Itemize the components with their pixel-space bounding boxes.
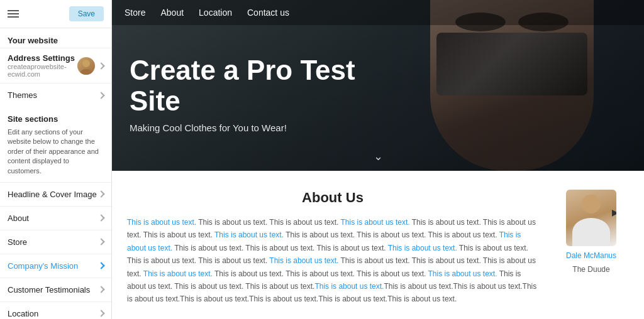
about-body-text: This is about us text. This is about us … xyxy=(127,216,538,306)
company-mission-label: Company's Mission xyxy=(8,261,78,271)
store-label: Store xyxy=(8,237,27,247)
hero-title: Create a Pro Test Site xyxy=(130,55,381,116)
chevron-right-icon xyxy=(97,215,104,222)
nav-store[interactable]: Store xyxy=(125,8,145,18)
sidebar: Save Your website Address Settings creat… xyxy=(0,0,112,319)
location-label: Location xyxy=(8,309,38,318)
address-info: Address Settings createaprowebsite-ecwid… xyxy=(8,53,77,78)
sidebar-item-company-mission[interactable]: Company's Mission xyxy=(0,254,111,278)
cursor-icon: ▶ xyxy=(612,207,616,217)
save-button[interactable]: Save xyxy=(69,6,104,21)
address-settings-row[interactable]: Address Settings createaprowebsite-ecwid… xyxy=(0,48,111,83)
chevron-right-icon xyxy=(97,62,104,69)
nav-contact-us[interactable]: Contact us xyxy=(247,8,289,18)
about-text-column: About Us This is about us text. This is … xyxy=(127,190,538,306)
address-right xyxy=(77,57,104,75)
site-sections-description: Edit any sections of your website below … xyxy=(0,126,111,182)
sidebar-item-location[interactable]: Location xyxy=(0,301,111,319)
svg-point-0 xyxy=(82,60,90,67)
site-sections-title: Site sections xyxy=(0,107,111,126)
site-nav: Store About Location Contact us xyxy=(112,0,644,25)
author-name: Dale McManus xyxy=(566,251,616,260)
chevron-right-icon xyxy=(97,239,104,246)
sidebar-item-themes[interactable]: Themes xyxy=(0,83,111,107)
sidebar-item-about[interactable]: About xyxy=(0,206,111,230)
nav-location[interactable]: Location xyxy=(199,8,232,18)
main-content: Store About Location Contact us Create a… xyxy=(112,0,644,319)
hero-subtitle: Making Cool Clothes for You to Wear! xyxy=(130,122,626,133)
about-author-column: ▶ Dale McManus The Duude xyxy=(553,190,629,306)
hamburger-icon[interactable] xyxy=(8,10,19,18)
hero-chevron-icon: ⌄ xyxy=(374,149,383,163)
headline-label: Headline & Cover Image xyxy=(8,190,97,199)
about-heading: About Us xyxy=(127,190,538,206)
chevron-right-icon xyxy=(97,262,104,269)
nav-about[interactable]: About xyxy=(160,8,184,18)
chevron-right-icon xyxy=(97,191,104,198)
hero-section: Create a Pro Test Site Making Cool Cloth… xyxy=(112,0,644,171)
address-settings-title: Address Settings xyxy=(8,53,77,63)
sidebar-item-headline[interactable]: Headline & Cover Image xyxy=(0,182,111,206)
sidebar-header: Save xyxy=(0,0,111,28)
author-avatar: ▶ xyxy=(566,190,616,246)
chevron-right-icon xyxy=(97,310,104,317)
chevron-right-icon xyxy=(97,92,104,99)
about-label: About xyxy=(8,214,29,223)
address-settings-url: createaprowebsite-ecwid.com xyxy=(8,63,77,78)
your-website-label: Your website xyxy=(0,28,111,48)
customer-testimonials-label: Customer Testimonials xyxy=(8,285,90,295)
svg-point-1 xyxy=(80,69,92,75)
themes-label: Themes xyxy=(8,90,37,100)
author-role: The Duude xyxy=(572,265,609,274)
user-avatar xyxy=(77,57,95,75)
chevron-right-icon xyxy=(97,286,104,293)
sidebar-item-store[interactable]: Store xyxy=(0,230,111,254)
about-section: About Us This is about us text. This is … xyxy=(112,171,644,319)
sidebar-item-customer-testimonials[interactable]: Customer Testimonials xyxy=(0,278,111,301)
